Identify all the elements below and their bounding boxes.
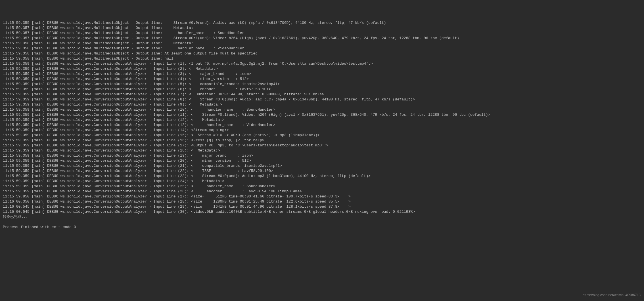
- log-line: 11:15:59.359 [main] DEBUG ws.schild.jave…: [3, 148, 641, 153]
- log-line: 11:15:59.359 [main] DEBUG ws.schild.jave…: [3, 87, 641, 92]
- log-line: 11:15:59.359 [main] DEBUG ws.schild.jave…: [3, 71, 641, 77]
- log-line: 11:15:59.357 [main] DEBUG ws.schild.jave…: [3, 36, 641, 41]
- log-line: 11:15:59.359 [main] DEBUG ws.schild.jave…: [3, 97, 641, 102]
- log-line: 11:15:59.359 [main] DEBUG ws.schild.jave…: [3, 82, 641, 87]
- log-line: 11:15:59.359 [main] DEBUG ws.schild.jave…: [3, 184, 641, 189]
- log-line: 11:15:59.359 [main] DEBUG ws.schild.jave…: [3, 179, 641, 184]
- log-line: Process finished with exit code 0: [3, 225, 641, 230]
- log-line: 11:15:59.358 [main] DEBUG ws.schild.jave…: [3, 46, 641, 51]
- log-line: 11:15:59.359 [main] DEBUG ws.schild.jave…: [3, 107, 641, 112]
- log-line: 11:15:59.357 [main] DEBUG ws.schild.jave…: [3, 31, 641, 36]
- log-line: 11:15:59.359 [main] DEBUG ws.schild.jave…: [3, 92, 641, 97]
- log-line: 11:15:59.359 [main] DEBUG ws.schild.jave…: [3, 153, 641, 158]
- log-line: 11:16:00.545 [main] DEBUG ws.schild.jave…: [3, 209, 641, 214]
- log-line: 11:15:59.359 [main] DEBUG ws.schild.jave…: [3, 128, 641, 133]
- log-line: 11:15:59.359 [main] DEBUG ws.schild.jave…: [3, 174, 641, 179]
- log-line: 11:15:59.359 [main] DEBUG ws.schild.jave…: [3, 189, 641, 194]
- log-line: 11:15:59.359 [main] DEBUG ws.schild.jave…: [3, 117, 641, 123]
- log-line: [3, 220, 641, 225]
- log-line: 11:16:00.545 [main] DEBUG ws.schild.jave…: [3, 204, 641, 209]
- log-line: 11:15:59.359 [main] DEBUG ws.schild.jave…: [3, 143, 641, 148]
- log-line: 11:15:59.359 [main] DEBUG ws.schild.jave…: [3, 138, 641, 143]
- console-output[interactable]: 11:15:59.355 [main] DEBUG ws.schild.jave…: [3, 20, 641, 230]
- log-line: 转换已完成...: [3, 214, 641, 220]
- log-line: 11:15:59.359 [main] DEBUG ws.schild.jave…: [3, 169, 641, 174]
- log-line: 11:15:59.359 [main] DEBUG ws.schild.jave…: [3, 158, 641, 163]
- log-line: 11:16:00.350 [main] DEBUG ws.schild.jave…: [3, 199, 641, 204]
- log-line: 11:15:59.355 [main] DEBUG ws.schild.jave…: [3, 20, 641, 26]
- log-line: 11:15:59.359 [main] DEBUG ws.schild.jave…: [3, 77, 641, 82]
- log-line: 11:15:59.357 [main] DEBUG ws.schild.jave…: [3, 26, 641, 31]
- log-line: 11:15:59.358 [main] DEBUG ws.schild.jave…: [3, 51, 641, 56]
- log-line: 11:15:59.358 [main] DEBUG ws.schild.jave…: [3, 56, 641, 61]
- log-line: 11:15:59.850 [main] DEBUG ws.schild.jave…: [3, 194, 641, 199]
- log-line: 11:15:59.359 [main] DEBUG ws.schild.jave…: [3, 102, 641, 107]
- log-line: 11:15:59.358 [main] DEBUG ws.schild.jave…: [3, 41, 641, 46]
- log-line: 11:15:59.359 [main] DEBUG ws.schild.jave…: [3, 61, 641, 66]
- log-line: 11:15:59.359 [main] DEBUG ws.schild.jave…: [3, 123, 641, 128]
- log-line: 11:15:59.359 [main] DEBUG ws.schild.jave…: [3, 133, 641, 138]
- log-line: 11:15:59.359 [main] DEBUG ws.schild.jave…: [3, 112, 641, 117]
- log-line: 11:15:59.359 [main] DEBUG ws.schild.jave…: [3, 163, 641, 169]
- log-line: 11:15:59.359 [main] DEBUG ws.schild.jave…: [3, 66, 641, 71]
